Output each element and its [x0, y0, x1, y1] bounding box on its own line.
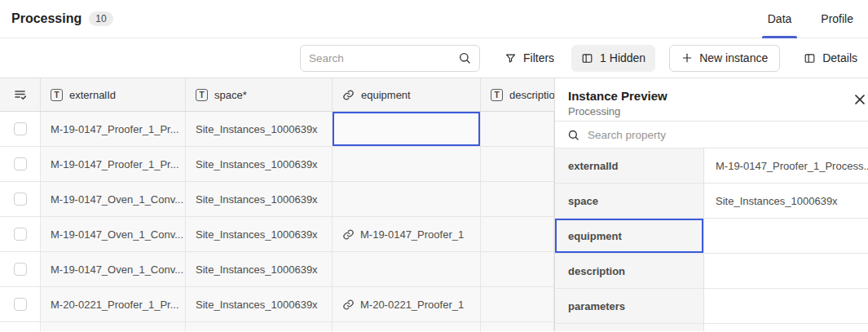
row-select-cell[interactable]	[0, 322, 41, 331]
cell-space[interactable]: Site_Instances_1000639x	[186, 147, 333, 182]
table-row: M-19-0147_Oven_1_Conv...Site_Instances_1…	[0, 252, 554, 287]
row-checkbox[interactable]	[14, 157, 27, 170]
top-bar: Processing 10 Data Profile	[0, 0, 868, 38]
property-name[interactable]: description	[555, 254, 704, 289]
row-select-cell[interactable]	[0, 217, 41, 252]
header-select-all[interactable]	[0, 78, 41, 111]
tab-bar: Data Profile	[753, 0, 868, 38]
property-row: description	[555, 254, 868, 289]
preview-header: Instance Preview Processing	[555, 78, 868, 122]
property-row: equipment	[555, 219, 868, 254]
row-checkbox[interactable]	[14, 263, 27, 276]
hidden-columns-button[interactable]: 1 Hidden	[571, 45, 655, 72]
text-type-icon: T	[491, 89, 503, 101]
cell-description[interactable]	[481, 322, 554, 331]
cell-equipment[interactable]: M-20-0221_Proofer_1	[333, 287, 481, 322]
cell-externalid[interactable]	[41, 322, 186, 331]
cell-externalid[interactable]: M-19-0147_Proofer_1_Pr...	[41, 112, 186, 147]
filters-button[interactable]: Filters	[495, 45, 564, 72]
cell-equipment[interactable]: M-19-0147_Proofer_1	[333, 217, 481, 252]
property-value[interactable]	[704, 289, 868, 324]
tab-data-label: Data	[768, 12, 792, 25]
grid-header: T externalId T space* equipment	[0, 78, 554, 112]
toolbar: Filters 1 Hidden New instance Details	[0, 38, 868, 77]
link-icon	[342, 228, 355, 241]
cell-space[interactable]: Site_Instances_1000639x	[186, 287, 333, 322]
column-header-description[interactable]: T description	[481, 78, 554, 111]
cell-space[interactable]	[186, 322, 333, 331]
app-window: Processing 10 Data Profile Fi	[0, 0, 868, 332]
property-value[interactable]	[704, 324, 868, 331]
property-value[interactable]	[704, 254, 868, 289]
property-row: parameters	[555, 289, 868, 324]
column-label: space*	[214, 89, 247, 101]
row-checkbox[interactable]	[14, 298, 27, 311]
cell-equipment[interactable]	[333, 252, 481, 287]
tab-data[interactable]: Data	[753, 0, 807, 38]
column-header-equipment[interactable]: equipment	[333, 78, 481, 111]
link-icon	[342, 299, 355, 311]
cell-description[interactable]	[481, 112, 554, 147]
cell-equipment[interactable]	[333, 322, 481, 331]
property-value[interactable]	[704, 219, 868, 254]
row-checkbox[interactable]	[14, 193, 27, 206]
preview-subtitle: Processing	[568, 105, 855, 117]
close-button[interactable]	[852, 91, 868, 108]
row-checkbox[interactable]	[14, 228, 27, 241]
cell-equipment[interactable]	[333, 147, 481, 182]
search-input[interactable]	[309, 52, 458, 64]
cell-space[interactable]: Site_Instances_1000639x	[186, 182, 333, 217]
property-name[interactable]	[555, 324, 704, 331]
cell-description[interactable]	[481, 252, 554, 287]
column-header-externalid[interactable]: T externalId	[41, 78, 186, 111]
cell-equipment[interactable]	[333, 182, 481, 217]
column-header-space[interactable]: T space*	[186, 78, 333, 111]
column-panel-icon	[581, 52, 593, 64]
relation-value: M-20-0221_Proofer_1	[360, 299, 464, 311]
table-row: M-19-0147_Oven_1_Conv...Site_Instances_1…	[0, 182, 554, 217]
cell-description[interactable]	[481, 182, 554, 217]
row-checkbox[interactable]	[14, 122, 27, 135]
details-button[interactable]: Details	[794, 45, 867, 72]
main-area: T externalId T space* equipment	[0, 77, 868, 331]
table-row	[0, 322, 554, 331]
cell-description[interactable]	[481, 147, 554, 182]
property-name[interactable]: equipment	[555, 219, 704, 254]
text-type-icon: T	[51, 89, 63, 101]
property-search-box[interactable]	[555, 122, 868, 148]
row-select-cell[interactable]	[0, 147, 41, 182]
property-name[interactable]: parameters	[555, 289, 704, 324]
search-box[interactable]	[300, 45, 480, 72]
cell-externalid[interactable]: M-19-0147_Oven_1_Conv...	[41, 252, 186, 287]
cell-equipment[interactable]	[333, 112, 481, 147]
property-search-input[interactable]	[588, 129, 856, 141]
new-instance-button[interactable]: New instance	[669, 45, 780, 72]
property-name[interactable]: externalId	[555, 148, 704, 184]
property-name[interactable]: space	[555, 184, 704, 219]
cell-externalid[interactable]: M-19-0147_Oven_1_Conv...	[41, 217, 186, 252]
cell-description[interactable]	[481, 217, 554, 252]
property-list: externalIdM-19-0147_Proofer_1_Process...…	[555, 148, 868, 331]
property-value[interactable]: M-19-0147_Proofer_1_Process...	[704, 148, 868, 184]
page-title: Processing	[11, 11, 82, 26]
table-row: M-19-0147_Oven_1_Conv...Site_Instances_1…	[0, 217, 554, 252]
row-select-cell[interactable]	[0, 252, 41, 287]
row-select-cell[interactable]	[0, 182, 41, 217]
row-select-cell[interactable]	[0, 287, 41, 322]
cell-externalid[interactable]: M-19-0147_Proofer_1_Pr...	[41, 147, 186, 182]
cell-space[interactable]: Site_Instances_1000639x	[186, 252, 333, 287]
title-group: Processing 10	[11, 11, 113, 26]
hidden-label: 1 Hidden	[600, 51, 645, 64]
cell-space[interactable]: Site_Instances_1000639x	[186, 217, 333, 252]
cell-description[interactable]	[481, 287, 554, 322]
instance-preview-panel: Instance Preview Processing externalIdM-…	[554, 78, 868, 331]
tab-profile[interactable]: Profile	[806, 0, 868, 38]
table-row: M-19-0147_Proofer_1_Pr...Site_Instances_…	[0, 147, 554, 182]
cell-externalid[interactable]: M-20-0221_Proofer_1_Pr...	[41, 287, 186, 322]
table-row: M-20-0221_Proofer_1_Pr...Site_Instances_…	[0, 287, 554, 322]
cell-externalid[interactable]: M-19-0147_Oven_1_Conv...	[41, 182, 186, 217]
cell-space[interactable]: Site_Instances_1000639x	[186, 112, 333, 147]
funnel-icon	[504, 52, 517, 64]
row-select-cell[interactable]	[0, 112, 41, 147]
property-value[interactable]: Site_Instances_1000639x	[704, 184, 868, 219]
